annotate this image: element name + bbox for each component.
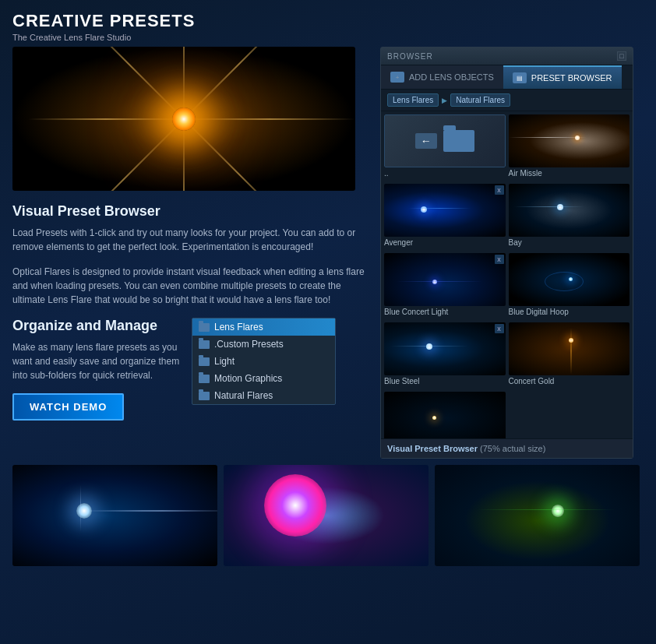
- left-column: Visual Preset Browser Load Presets with …: [12, 47, 371, 459]
- flare-ray-2: [183, 118, 294, 191]
- dropdown-item-lens-flares[interactable]: Lens Flares: [192, 318, 335, 336]
- add-lens-icon: +: [390, 72, 404, 83]
- folder-icon-motion-graphics: [199, 375, 210, 383]
- browser-caption-title: Visual Preset Browser: [387, 444, 478, 453]
- dropdown-label-motion-graphics: Motion Graphics: [214, 373, 282, 384]
- breadcrumb-natural-flares[interactable]: Natural Flares: [450, 93, 510, 107]
- grid-item-blue-concert-img: x: [384, 253, 506, 306]
- flare-ray-5: [28, 118, 184, 120]
- folder-icon-light: [199, 357, 210, 366]
- avenger-x-button[interactable]: x: [495, 185, 504, 195]
- tab-add-lens-objects[interactable]: + ADD LENS OBJECTS: [381, 65, 503, 89]
- browser-breadcrumb: Lens Flares ▶ Natural Flares: [381, 90, 633, 111]
- grid-item-air-missle-label: Air Missle: [509, 167, 630, 181]
- grid-item-more-img: [384, 392, 506, 438]
- bottom1-ray-v: [80, 485, 81, 532]
- dropdown-label-custom-presets: .Custom Presets: [214, 339, 284, 350]
- grid-item-avenger-label: Avenger: [384, 237, 506, 250]
- bottom1-ray-h: [84, 510, 201, 511]
- grid-item-concert-gold[interactable]: Concert Gold: [509, 322, 630, 389]
- visual-preset-body2: Optical Flares is designed to provide in…: [12, 265, 371, 307]
- header: CREATIVE PRESETS The Creative Lens Flare…: [0, 0, 656, 47]
- grid-item-blue-concert[interactable]: x Blue Concert Light: [384, 253, 506, 319]
- browser-grid-wrapper: ← .. Air Missle: [381, 111, 633, 438]
- tab-preset-browser[interactable]: ▤ PRESET BROWSER: [503, 65, 622, 89]
- watch-demo-button[interactable]: WATCH DEMO: [12, 393, 124, 421]
- avenger-flare-line: [408, 208, 471, 209]
- grid-item-avenger[interactable]: x Avenger: [384, 184, 506, 250]
- bottom-image-2: [224, 465, 429, 566]
- preset-browser-icon: ▤: [513, 72, 527, 83]
- dropdown-label-lens-flares: Lens Flares: [214, 322, 263, 333]
- flare-center: [172, 107, 196, 131]
- grid-item-blue-digital[interactable]: Blue Digital Hoop: [509, 253, 630, 319]
- folder-icon-lens-flares: [199, 323, 210, 332]
- back-arrow-icon: ←: [415, 133, 437, 149]
- browser-close-button[interactable]: □: [617, 51, 626, 61]
- bay-flare-dot: [557, 204, 563, 210]
- flare-ray-6: [73, 47, 185, 119]
- browser-title-label: BROWSER: [387, 52, 433, 61]
- grid-item-back-img: ←: [384, 114, 506, 167]
- grid-item-more[interactable]: [384, 392, 506, 438]
- bay-flare-line-h: [514, 206, 584, 207]
- concert-gold-flare-line-v: [570, 328, 572, 375]
- grid-item-bay-label: Bay: [509, 237, 630, 250]
- grid-item-bay[interactable]: Bay: [509, 184, 630, 250]
- blue-steel-flare-line: [390, 346, 468, 347]
- main-layout: Visual Preset Browser Load Presets with …: [0, 47, 656, 459]
- browser-header: BROWSER □: [381, 48, 633, 65]
- flare-ray-8: [183, 47, 294, 119]
- grid-item-blue-steel-label: Blue Steel: [384, 375, 506, 389]
- flare-ray-1: [184, 118, 355, 120]
- blue-steel-x-button[interactable]: x: [495, 324, 504, 333]
- folder-shape: [443, 130, 474, 152]
- app-subtitle: The Creative Lens Flare Studio: [12, 33, 644, 42]
- grid-item-bay-img: [509, 184, 630, 237]
- organize-left: Organize and Manage Make as many lens fl…: [12, 318, 192, 428]
- right-column: BROWSER □ + ADD LENS OBJECTS ▤ PRESET BR…: [380, 47, 644, 459]
- organize-body: Make as many lens flare presets as you w…: [12, 340, 184, 382]
- bottom-images-row: [0, 465, 656, 566]
- browser-panel: BROWSER □ + ADD LENS OBJECTS ▤ PRESET BR…: [380, 47, 633, 459]
- grid-item-blue-steel-img: x: [384, 322, 506, 375]
- breadcrumb-lens-flares[interactable]: Lens Flares: [387, 93, 439, 107]
- hero-image: [12, 47, 355, 191]
- blue-steel-flare-dot: [426, 343, 432, 350]
- dropdown-item-light[interactable]: Light: [192, 353, 335, 370]
- grid-item-concert-gold-img: [509, 322, 630, 375]
- browser-grid: ← .. Air Missle: [381, 111, 633, 438]
- grid-item-avenger-img: x: [384, 184, 506, 237]
- back-folder: ←: [384, 114, 506, 167]
- grid-item-blue-steel[interactable]: x Blue Steel: [384, 322, 506, 389]
- app-title: CREATIVE PRESETS: [12, 11, 644, 31]
- flare-ray-4: [62, 118, 185, 191]
- bottom-flare-pink: [264, 474, 326, 537]
- bottom-image-3: [435, 465, 640, 566]
- grid-item-back-label: ..: [384, 167, 506, 181]
- visual-preset-body1: Load Presets with 1-click and try out ma…: [12, 226, 371, 254]
- visual-preset-title: Visual Preset Browser: [12, 203, 371, 220]
- blue-digital-hoop: [545, 272, 584, 291]
- blue-concert-x-button[interactable]: x: [495, 255, 504, 264]
- folder-icon-natural-flares: [199, 392, 210, 400]
- tab-add-label: ADD LENS OBJECTS: [409, 72, 494, 82]
- more-flare-dot: [432, 416, 436, 420]
- dropdown-item-motion-graphics[interactable]: Motion Graphics: [192, 370, 335, 387]
- browser-caption-detail: (75% actual size): [480, 444, 545, 453]
- grid-item-back[interactable]: ← ..: [384, 114, 506, 181]
- avenger-flare-dot: [421, 206, 427, 213]
- organize-title: Organize and Manage: [12, 318, 192, 334]
- browser-tabs: + ADD LENS OBJECTS ▤ PRESET BROWSER: [381, 65, 633, 90]
- grid-item-air-missle[interactable]: Air Missle: [509, 114, 630, 181]
- bottom-image-1: [12, 465, 217, 566]
- bottom-flare-green: [552, 505, 564, 517]
- browser-caption: Visual Preset Browser (75% actual size): [381, 438, 633, 458]
- breadcrumb-arrow: ▶: [442, 97, 447, 104]
- dropdown-item-natural-flares[interactable]: Natural Flares: [192, 387, 335, 404]
- dropdown-label-natural-flares: Natural Flares: [214, 390, 273, 401]
- grid-item-concert-gold-label: Concert Gold: [509, 375, 630, 389]
- bottom3-flare-line: [476, 509, 616, 510]
- grid-item-air-missle-img: [509, 114, 630, 167]
- dropdown-item-custom-presets[interactable]: .Custom Presets: [192, 336, 335, 353]
